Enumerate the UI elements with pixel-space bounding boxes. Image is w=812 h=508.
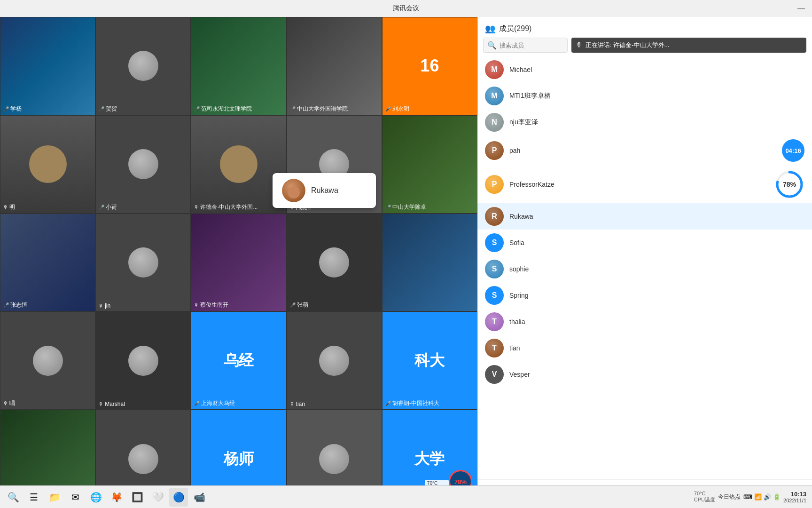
chrome-icon[interactable]: 🔵	[169, 488, 188, 507]
rukawa-popup-avatar	[282, 179, 305, 202]
member-avatar: R	[485, 207, 504, 226]
active-speaker-text: 正在讲话: 许德金-中山大学外...	[586, 41, 669, 49]
avatar	[128, 149, 158, 179]
member-avatar: S	[485, 286, 504, 305]
meet-icon[interactable]: 📹	[190, 488, 209, 507]
member-item[interactable]: MMTI1班李卓栖	[477, 83, 812, 109]
active-speaker-bar: 🎙 正在讲话: 许德金-中山大学外...	[571, 38, 806, 53]
taskview-icon[interactable]: ☰	[24, 488, 43, 507]
video-grid: 🎤学杨🎤贺贺🎤范司永湖北文理学院🎤中山大学外国语学院16🎤刘永明🎙明🎤小荷🎙许德…	[0, 17, 477, 508]
name-tag: 🎤张志恒	[3, 301, 27, 309]
member-item[interactable]: Nnju李亚泽	[477, 109, 812, 135]
title-bar: 腾讯会议 —	[0, 0, 812, 17]
name-tag: 🎙jin	[99, 302, 110, 309]
app-title: 腾讯会议	[393, 4, 419, 13]
video-cell[interactable]: 🎤范司永湖北文理学院	[191, 17, 286, 115]
mic-muted-icon: 🎤	[385, 401, 391, 406]
text-badge: 乌经	[224, 350, 254, 371]
ime-icon: ⌨	[743, 493, 752, 500]
member-item[interactable]: SSpring	[477, 282, 812, 309]
members-icon: 👥	[485, 24, 495, 34]
member-item[interactable]: Ppah04:16	[477, 135, 812, 166]
video-cell[interactable]: 🎙唱	[0, 311, 95, 410]
member-name: Vesper	[509, 371, 804, 378]
video-cell[interactable]: 🎤学杨	[0, 17, 95, 115]
mic-muted-icon: 🎤	[194, 106, 200, 111]
face-video	[0, 116, 95, 213]
mic-active-icon: 🎙	[194, 205, 199, 210]
member-item[interactable]: RRukawa	[477, 203, 812, 230]
time-display: 10:13	[783, 491, 806, 498]
member-item[interactable]: MMichael	[477, 56, 812, 83]
firefox-icon[interactable]: 🦊	[107, 488, 126, 507]
member-avatar: N	[485, 113, 504, 132]
member-name: ProfessorKatze	[509, 181, 769, 188]
members-header: 👥 成员(299)	[477, 17, 812, 38]
avatar	[128, 346, 158, 376]
mic-muted-icon: 🎤	[290, 106, 296, 111]
minimize-button[interactable]: —	[790, 0, 812, 17]
search-input[interactable]	[500, 42, 563, 49]
participant-name: tian	[296, 401, 305, 407]
name-tag: 🎤胡睿朗-中国社科大	[385, 399, 439, 407]
video-cell[interactable]: 🎤中山大学陈卓	[382, 115, 477, 214]
video-cell[interactable]: 科大🎤胡睿朗-中国社科大	[382, 311, 477, 410]
member-item[interactable]: Tthalia	[477, 309, 812, 335]
windows-icon[interactable]: 🔲	[128, 488, 147, 507]
member-name: tian	[509, 344, 804, 352]
video-cell[interactable]: 🎙tian	[287, 311, 382, 410]
member-item[interactable]: Ssophie	[477, 256, 812, 282]
name-tag: 🎤学杨	[3, 105, 22, 113]
search-box[interactable]: 🔍	[483, 38, 568, 53]
member-item[interactable]: Ttian	[477, 335, 812, 361]
member-item[interactable]: PProfessorKatze 78%	[477, 166, 812, 203]
search-active-bar: 🔍 🎙 正在讲话: 许德金-中山大学外...	[477, 38, 812, 56]
video-cell[interactable]: 🎤中山大学外国语学院	[287, 17, 382, 115]
mail-icon[interactable]: ✉	[66, 488, 85, 507]
circular-progress: 78%	[774, 169, 804, 199]
participant-name: 小荷	[106, 203, 117, 211]
video-cell[interactable]: 🎙jin	[95, 214, 191, 312]
member-item[interactable]: SSofia	[477, 230, 812, 256]
member-item[interactable]: VVesper	[477, 361, 812, 388]
search-taskbar-icon[interactable]: 🔍	[4, 488, 23, 507]
name-tag: 🎙Marshal	[99, 401, 125, 407]
members-list: MMichaelMMTI1班李卓栖Nnju李亚泽Ppah04:16PProfes…	[477, 56, 812, 479]
participant-name: 胡睿朗-中国社科大	[392, 399, 439, 407]
taskbar: 🔍 ☰ 📁 ✉ 🌐 🦊 🔲 🤍 🔵 📹 70°CCPU温度 今日热点 ⌨ 📶 🔊…	[0, 485, 812, 508]
video-cell[interactable]: 🎙Marshal	[95, 311, 191, 410]
member-name: thalia	[509, 318, 804, 325]
member-name: Rukawa	[509, 213, 804, 220]
participant-name: Marshal	[105, 401, 125, 407]
member-name: Michael	[509, 66, 804, 73]
clock: 10:13 2022/11/1	[783, 491, 806, 503]
name-tag: 🎤小荷	[99, 203, 117, 211]
mic-muted-icon: 🎤	[385, 205, 391, 210]
mic-muted-icon: 🎤	[194, 401, 200, 406]
member-avatar: M	[485, 87, 504, 105]
member-avatar: S	[485, 260, 504, 278]
mic-active-icon: 🎙	[194, 302, 199, 308]
browser-icon[interactable]: 🌐	[86, 488, 105, 507]
member-name: nju李亚泽	[509, 118, 804, 127]
participant-name: 张萌	[297, 301, 308, 309]
tencent-meet-icon[interactable]: 🤍	[148, 488, 167, 507]
avatar	[128, 247, 158, 278]
video-cell[interactable]: 乌经🎤上海财大乌经	[191, 311, 286, 410]
video-cell[interactable]: 🎤张萌	[287, 214, 382, 312]
name-tag: 🎤刘永明	[385, 105, 409, 113]
taskbar-right: 70°CCPU温度 今日热点 ⌨ 📶 🔊 🔋 10:13 2022/11/1	[694, 491, 812, 503]
participant-name: 学杨	[10, 105, 22, 113]
file-explorer-icon[interactable]: 📁	[45, 488, 64, 507]
video-cell[interactable]: 🎙明	[0, 115, 95, 214]
video-cell[interactable]: 🎙蔡俊生南开	[191, 214, 286, 312]
video-cell[interactable]: 🎤小荷	[95, 115, 191, 214]
network-icon: 📶	[754, 493, 762, 500]
mic-active-icon: 🎙	[99, 303, 103, 309]
name-tag: 🎙许德金-中山大学外国...	[194, 203, 258, 211]
video-cell[interactable]: 16🎤刘永明	[382, 17, 477, 115]
video-cell[interactable]: 🎤张志恒	[0, 214, 95, 312]
video-cell[interactable]	[382, 214, 477, 312]
mic-active-icon: 🎙	[3, 401, 8, 406]
video-cell[interactable]: 🎤贺贺	[95, 17, 191, 115]
